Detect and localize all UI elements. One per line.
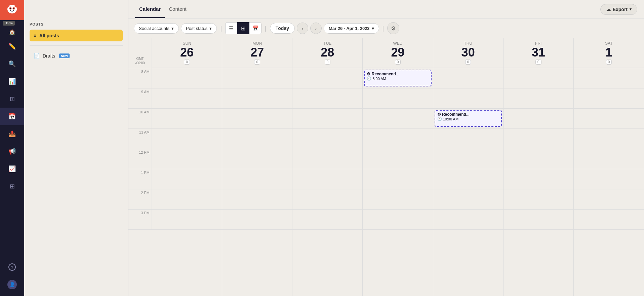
date-range-button[interactable]: Mar 26 - Apr 1, 2023 ▾: [324, 23, 379, 34]
prev-week-button[interactable]: ‹: [297, 23, 308, 34]
day-name-wed: Wed: [393, 41, 402, 46]
date-range-label: Mar 26 - Apr 1, 2023: [329, 26, 370, 31]
day-name-mon: Mon: [252, 41, 262, 46]
timezone-gmt: GMT: [136, 57, 144, 61]
chevron-right-icon: ›: [315, 26, 317, 31]
day-count-fri: 0: [535, 60, 541, 65]
sidebar-item-home[interactable]: Home 🏠: [0, 20, 24, 38]
post-status-button[interactable]: Post status ▾: [181, 23, 217, 34]
day-col-fri: [504, 68, 574, 296]
drafts-icon: 📄: [34, 53, 40, 59]
separator-3: |: [383, 25, 384, 32]
time-2pm: 2 PM: [128, 189, 152, 210]
day-count-sat: 0: [606, 60, 612, 65]
svg-point-4: [13, 8, 14, 9]
separator-2: |: [265, 25, 267, 32]
event-card-wed-8am[interactable]: ⚙ Recommend... 🕗 8:00 AM: [364, 70, 431, 86]
help-icon: ?: [8, 263, 16, 271]
day-header-wed: Wed 29 0: [363, 38, 433, 68]
all-posts-item[interactable]: ≡ All posts: [30, 30, 123, 41]
day-count-mon: 0: [254, 60, 260, 65]
posts-section-label: POSTS: [30, 22, 123, 26]
day-header-fri: Fri 31 0: [504, 38, 574, 68]
social-accounts-label: Social accounts: [139, 26, 169, 31]
logo-icon: [6, 4, 18, 16]
day-number-fri: 31: [532, 46, 545, 59]
publish-icon: 📤: [8, 130, 16, 138]
campaigns-icon: 📢: [8, 148, 16, 155]
export-cloud-icon: ☁: [606, 7, 611, 12]
next-week-button[interactable]: ›: [310, 23, 322, 34]
tab-calendar[interactable]: Calendar: [135, 1, 165, 18]
calendar-view-button[interactable]: 📅: [249, 22, 261, 34]
sidebar-item-account[interactable]: 👤: [0, 276, 24, 293]
day-count-sun: 0: [184, 60, 190, 65]
today-label: Today: [276, 26, 289, 31]
sidebar-item-apps[interactable]: ⊞: [0, 178, 24, 195]
day-header-sun: Sun 26 0: [152, 38, 222, 68]
day-count-tue: 0: [325, 60, 331, 65]
calendar-settings-button[interactable]: ⚙: [387, 22, 399, 34]
drafts-new-badge: NEW: [59, 53, 70, 58]
export-label: Export: [613, 7, 628, 12]
export-button[interactable]: ☁ Export ▾: [600, 4, 637, 15]
day-col-mon: [222, 68, 292, 296]
chevron-left-icon: ‹: [302, 26, 303, 31]
toolbar: Social accounts ▾ Post status ▾ | ☰ ⊞ 📅 …: [128, 19, 644, 38]
days-header-row: Sun 26 0 Mon 27 0 Tue 28 0 We: [152, 38, 644, 68]
time-10am: 10 AM: [128, 109, 152, 129]
time-column: GMT -06:00 8 AM 9 AM 10 AM 11 AM 12 PM 1…: [128, 38, 152, 296]
compose-icon: ✏️: [8, 43, 16, 50]
calendar-view: GMT -06:00 8 AM 9 AM 10 AM 11 AM 12 PM 1…: [128, 38, 644, 296]
today-button[interactable]: Today: [270, 23, 295, 34]
event-time-1: 🕗 8:00 AM: [367, 76, 429, 81]
svg-point-3: [10, 8, 11, 9]
day-header-sat: Sat 1 0: [574, 38, 644, 68]
main-content: Planner Planner Calendar Content ☁ Expor…: [128, 0, 644, 296]
days-grid: Sun 26 0 Mon 27 0 Tue 28 0 We: [152, 38, 644, 296]
date-range-chevron-icon: ▾: [372, 26, 374, 31]
apps-icon: ⊞: [10, 183, 15, 190]
reports-icon: 📈: [8, 165, 16, 173]
day-col-sat: [574, 68, 644, 296]
event-title-2: ⚙ Recommend...: [437, 112, 499, 117]
sidebar-item-search[interactable]: 🔍: [0, 55, 24, 73]
sidebar-item-publish[interactable]: 📤: [0, 125, 24, 143]
day-name-tue: Tue: [323, 41, 331, 46]
social-accounts-button[interactable]: Social accounts ▾: [134, 23, 179, 34]
view-toggle-group: ☰ ⊞ 📅: [225, 22, 261, 34]
day-col-sun: [152, 68, 222, 296]
day-header-tue: Tue 28 0: [292, 38, 363, 68]
day-col-thu: ⚙ Recommend... 🕙 10:00 AM: [433, 68, 504, 296]
day-col-tue: [292, 68, 363, 296]
post-status-chevron-icon: ▾: [209, 26, 212, 31]
day-header-thu: Thu 30 0: [433, 38, 504, 68]
analytics-icon: 📊: [8, 78, 16, 85]
timezone-offset: -06:00: [135, 61, 145, 65]
sidebar-item-analytics[interactable]: 📊: [0, 73, 24, 90]
grid-view-button[interactable]: ⊞: [237, 22, 249, 34]
sidebar-item-compose[interactable]: ✏️: [0, 38, 24, 55]
all-posts-label: All posts: [39, 33, 59, 38]
event-card-thu-10am[interactable]: ⚙ Recommend... 🕙 10:00 AM: [435, 110, 502, 127]
sidebar-item-reports[interactable]: 📈: [0, 160, 24, 178]
day-name-thu: Thu: [464, 41, 472, 46]
left-panel: POSTS ≡ All posts 📄 Drafts NEW: [24, 0, 128, 296]
tab-content[interactable]: Content: [165, 1, 191, 18]
event-title-1: ⚙ Recommend...: [367, 72, 429, 76]
drafts-item[interactable]: 📄 Drafts NEW: [30, 50, 123, 62]
list-view-button[interactable]: ☰: [225, 22, 237, 34]
panel-divider: [30, 45, 123, 46]
day-name-sat: Sat: [605, 41, 612, 46]
timezone-header: GMT -06:00: [128, 38, 152, 68]
sidebar-item-planner[interactable]: 📅: [0, 108, 24, 125]
sidebar-item-campaigns[interactable]: 📢: [0, 143, 24, 160]
grid-view-icon: ⊞: [241, 25, 245, 32]
time-1pm: 1 PM: [128, 169, 152, 189]
app-logo: [0, 0, 24, 20]
day-header-mon: Mon 27 0: [222, 38, 292, 68]
time-8am: 8 AM: [128, 68, 152, 88]
sidebar-item-help[interactable]: ?: [0, 258, 24, 276]
search-icon: 🔍: [8, 60, 16, 68]
sidebar-item-dashboard[interactable]: ⊞: [0, 90, 24, 108]
